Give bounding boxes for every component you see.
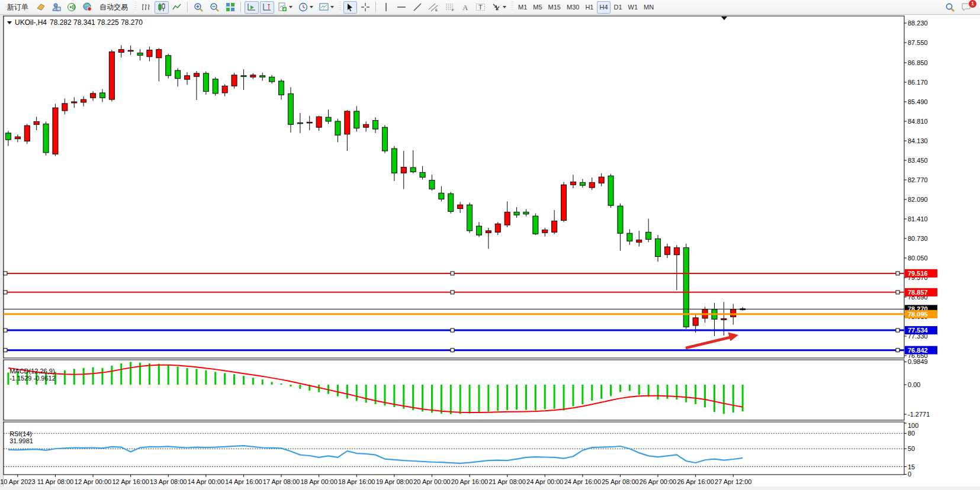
svg-text:A: A (462, 3, 468, 12)
community-button[interactable] (80, 1, 94, 14)
candle-body (401, 167, 406, 173)
svg-text:26 Apr 00:00: 26 Apr 00:00 (640, 478, 676, 485)
vertical-line-button[interactable] (380, 1, 393, 14)
trendline-icon (413, 2, 422, 12)
bar-chart-button[interactable] (139, 1, 153, 14)
signals-icon (67, 2, 76, 12)
svg-text:79.516: 79.516 (908, 270, 928, 277)
symbol-dropdown-icon[interactable] (7, 21, 12, 24)
line-handle[interactable] (4, 291, 7, 294)
candle-body (316, 117, 322, 127)
timeframe-h1[interactable]: H1 (583, 1, 596, 14)
timeframe-mn[interactable]: MN (641, 1, 656, 14)
search-button[interactable] (943, 1, 957, 14)
svg-text:10 Apr 2023: 10 Apr 2023 (0, 478, 35, 485)
line-handle[interactable] (4, 349, 7, 352)
timeframe-m5[interactable]: M5 (531, 1, 544, 14)
svg-text:15: 15 (908, 463, 915, 470)
channel-button[interactable]: E (426, 1, 441, 14)
candle-body (599, 177, 604, 183)
chart-shift-button[interactable] (260, 1, 274, 14)
timeframe-m15[interactable]: M15 (546, 1, 563, 14)
zoom-in-button[interactable] (191, 1, 206, 14)
signals-button[interactable] (65, 1, 79, 14)
gold-tag-icon (36, 2, 46, 12)
market-depth-icon[interactable] (34, 1, 48, 14)
candlestick-chart-button[interactable] (155, 1, 169, 14)
candle-body (721, 318, 727, 320)
timeframe-m30[interactable]: M30 (564, 1, 581, 14)
line-handle[interactable] (896, 291, 899, 294)
svg-text:81.410: 81.410 (908, 215, 928, 223)
svg-text:24 Apr 16:00: 24 Apr 16:00 (564, 478, 601, 485)
cursor-arrow-icon (346, 3, 355, 12)
toolbar-grip (511, 2, 513, 12)
toolbar-grip (339, 2, 341, 12)
svg-text:87.550: 87.550 (908, 39, 928, 46)
line-handle[interactable] (451, 272, 454, 275)
line-handle[interactable] (896, 349, 899, 352)
candlestick-icon (157, 2, 166, 12)
person-icon (52, 2, 61, 12)
timeframe-m1[interactable]: M1 (516, 1, 529, 14)
rsi-indicator-label: RSI(14) 31.9981 (6, 423, 33, 444)
fibonacci-button[interactable]: F (442, 1, 458, 14)
candle-body (664, 247, 670, 254)
candle-body (589, 182, 595, 188)
svg-text:24 Apr 00:00: 24 Apr 00:00 (526, 478, 563, 485)
svg-text:E: E (435, 8, 438, 12)
text-label-button[interactable]: T (473, 1, 488, 14)
new-order-button[interactable]: 新订单 (3, 1, 33, 14)
template-icon (319, 2, 329, 12)
ohlc-values: 78.282 78.341 78.225 78.270 (50, 18, 143, 27)
cursor-button[interactable] (343, 1, 357, 14)
line-handle[interactable] (896, 272, 899, 275)
text-a-icon: A (461, 3, 470, 12)
svg-text:0.9849: 0.9849 (908, 358, 928, 365)
indicators-button[interactable] (275, 1, 295, 14)
horizontal-line-icon (396, 3, 407, 11)
line-handle[interactable] (4, 272, 7, 275)
text-button[interactable]: A (459, 1, 472, 14)
zoom-out-button[interactable] (207, 1, 222, 14)
horizontal-line-button[interactable] (394, 1, 409, 14)
tile-windows-button[interactable] (223, 1, 237, 14)
line-chart-button[interactable] (170, 1, 184, 14)
line-handle[interactable] (451, 291, 454, 294)
rsi-value: 31.9981 (9, 437, 33, 444)
candle-body (250, 75, 256, 77)
profile-button[interactable] (49, 1, 63, 14)
trendline-button[interactable] (410, 1, 425, 14)
chevron-down-icon (289, 6, 293, 8)
candle-body (373, 121, 378, 130)
timeframe-d1[interactable]: D1 (612, 1, 625, 14)
period-button[interactable] (296, 1, 316, 14)
line-handle[interactable] (451, 349, 454, 352)
crosshair-button[interactable] (358, 1, 372, 14)
main-toolbar: 新订单 自动交易 (0, 0, 980, 15)
svg-text:-1.2771: -1.2771 (908, 411, 930, 418)
svg-text:83.450: 83.450 (908, 157, 928, 164)
arrows-button[interactable] (489, 1, 509, 14)
chart-title[interactable]: UKOil-,H4 78.282 78.341 78.225 78.270 (7, 18, 143, 27)
candle-body (279, 81, 284, 95)
text-label-icon: T (475, 2, 486, 12)
svg-text:85.490: 85.490 (908, 98, 928, 105)
candle-body (523, 212, 529, 214)
candle-body (345, 111, 350, 134)
chart-canvas[interactable]: 88.23087.55086.85086.17085.49084.81084.1… (0, 15, 980, 490)
auto-scroll-button[interactable] (245, 1, 259, 14)
line-handle[interactable] (4, 328, 7, 332)
line-handle[interactable] (451, 328, 454, 332)
timeframe-w1[interactable]: W1 (626, 1, 641, 14)
line-handle[interactable] (896, 328, 899, 332)
candle-body (495, 224, 500, 232)
templates-button[interactable] (317, 1, 336, 14)
notifications-button[interactable]: 1 (959, 1, 974, 14)
timeframe-h4[interactable]: H4 (597, 1, 610, 14)
candle-body (156, 50, 162, 58)
auto-trading-button[interactable]: 自动交易 (95, 1, 132, 14)
candle-body (410, 167, 416, 172)
candle-body (109, 52, 114, 100)
candle-body (448, 194, 454, 211)
